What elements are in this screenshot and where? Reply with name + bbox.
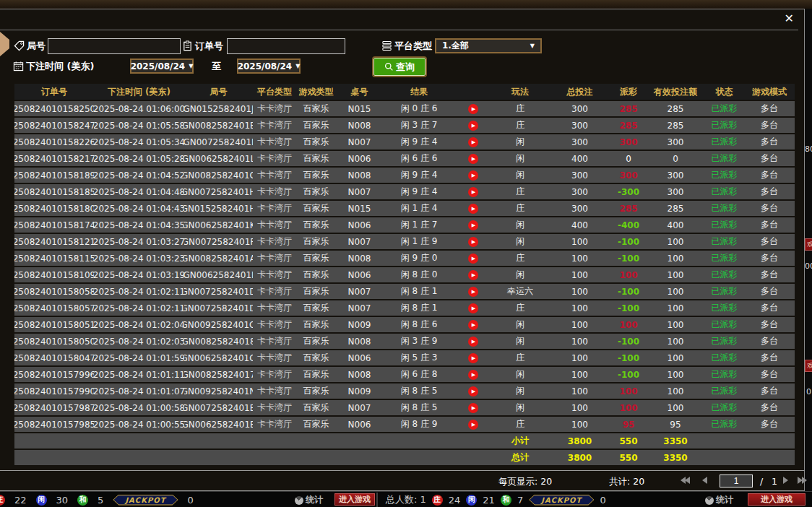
valid-bet: 100 xyxy=(647,300,704,316)
query-button[interactable]: 查询 xyxy=(373,58,426,76)
play-video-button[interactable]: ▶ xyxy=(455,184,491,199)
play-icon: ▶ xyxy=(468,170,478,181)
page-separator: / xyxy=(760,476,763,487)
close-icon[interactable]: ✕ xyxy=(785,12,794,26)
enter-game-button-right[interactable]: 进入游戏 xyxy=(748,493,805,506)
play-video-button[interactable]: ▶ xyxy=(455,267,491,282)
round-number: GN0062582401L xyxy=(184,151,253,166)
banker-count: 22 xyxy=(14,495,27,506)
order-number-input[interactable] xyxy=(227,38,345,54)
order-number: 250824010158180 xyxy=(14,201,94,216)
stats-button-left[interactable]: 统计 xyxy=(295,494,323,506)
play-video-button[interactable]: ▶ xyxy=(455,118,491,133)
result: 闲 3 庄 9 xyxy=(383,334,455,349)
panel-divider xyxy=(376,493,378,507)
play-video-button[interactable]: ▶ xyxy=(455,367,491,382)
play-video-button[interactable]: ▶ xyxy=(455,284,491,299)
next-page-button[interactable] xyxy=(783,477,788,484)
table-row: 2508240101579962025-08-24 01:01:11GN0082… xyxy=(14,367,795,382)
date-from-value: 2025/08/24 xyxy=(131,61,186,72)
bet-time: 2025-08-24 01:01:11 xyxy=(94,367,184,382)
payout: 100 xyxy=(610,317,647,332)
play-video-button[interactable]: ▶ xyxy=(455,334,491,349)
round-number: GN0072582401H xyxy=(184,184,253,199)
drawer-handle[interactable] xyxy=(0,32,9,56)
total-row-cell: 总计 xyxy=(491,450,549,465)
enter-game-button-left[interactable]: 进入游戏 xyxy=(334,493,375,506)
valid-bet: 100 xyxy=(647,284,704,299)
platform-type: 卡卡湾厅 xyxy=(253,134,296,150)
round-number: GN0092582401O xyxy=(184,317,253,332)
play-video-button[interactable]: ▶ xyxy=(455,217,491,233)
valid-bet: 285 xyxy=(647,118,704,133)
table-row: 2508240101580512025-08-24 01:02:04GN0092… xyxy=(14,317,795,332)
platform-type: 卡卡湾厅 xyxy=(253,234,296,249)
play-video-button[interactable]: ▶ xyxy=(455,134,491,150)
status: 已派彩 xyxy=(704,300,744,316)
bet-time: 2025-08-24 01:01:59 xyxy=(94,350,184,365)
bet-time: 2025-08-24 01:01:07 xyxy=(94,384,184,399)
status: 已派彩 xyxy=(704,267,744,282)
platform-type-select[interactable]: 1.全部 ▼ xyxy=(435,38,542,53)
play-type: 闲 xyxy=(491,400,549,415)
date-to-select[interactable]: 2025/08/24 ▼ xyxy=(237,58,301,74)
last-page-button[interactable] xyxy=(798,477,806,484)
total-count-label: 共计: 20 xyxy=(609,476,644,488)
page-number-input[interactable] xyxy=(720,474,753,488)
background-right-strip: 80 戏 00 戏 0 xyxy=(805,9,812,491)
valid-bet: 100 xyxy=(647,267,704,282)
round-number: GN00825824017 xyxy=(184,367,253,382)
play-video-button[interactable]: ▶ xyxy=(455,168,491,183)
first-page-button[interactable] xyxy=(681,477,689,484)
lobby-panel-right: 总人数: 1 庄 24 闲 21 和 7 JACKPOT 0 xyxy=(386,492,606,507)
game-type: 百家乐 xyxy=(296,367,336,382)
round-number: GN0092582401N xyxy=(184,384,253,399)
payout: -100 xyxy=(610,334,647,349)
banker-badge: 庄 xyxy=(0,495,5,506)
stats-button-right[interactable]: 统计 xyxy=(705,494,733,506)
table-number: N015 xyxy=(336,101,383,116)
game-type: 百家乐 xyxy=(296,267,336,282)
game-mode: 多台 xyxy=(744,350,795,365)
bet-time: 2025-08-24 01:04:48 xyxy=(94,184,184,199)
payout: -400 xyxy=(610,217,647,233)
play-video-button[interactable]: ▶ xyxy=(455,317,491,332)
platform-type: 卡卡湾厅 xyxy=(253,300,296,316)
platform-type: 卡卡湾厅 xyxy=(253,217,296,233)
game-mode: 多台 xyxy=(744,134,795,150)
game-mode: 多台 xyxy=(744,284,795,299)
platform-type: 卡卡湾厅 xyxy=(253,384,296,399)
order-number: 250824010158047 xyxy=(14,350,94,365)
play-video-button[interactable]: ▶ xyxy=(455,300,491,316)
column-header: 结果 xyxy=(383,84,491,100)
result: 闲 8 庄 0 xyxy=(383,267,455,282)
status: 已派彩 xyxy=(704,234,744,249)
platform-type: 卡卡湾厅 xyxy=(253,317,296,332)
order-number-label: 订单号 xyxy=(195,38,223,54)
play-video-button[interactable]: ▶ xyxy=(455,350,491,365)
play-video-button[interactable]: ▶ xyxy=(455,201,491,216)
result: 闲 9 庄 0 xyxy=(383,251,455,266)
play-video-button[interactable]: ▶ xyxy=(455,400,491,415)
round-number: GN0082582401C xyxy=(184,168,253,183)
play-video-button[interactable]: ▶ xyxy=(455,101,491,116)
round-number: GN0152582401J xyxy=(184,101,253,116)
play-icon: ▶ xyxy=(468,237,478,247)
prev-page-button[interactable] xyxy=(702,477,707,484)
round-number-input[interactable] xyxy=(48,38,181,54)
play-video-button[interactable]: ▶ xyxy=(455,417,491,432)
bet-time: 2025-08-24 01:03:23 xyxy=(94,251,184,266)
total-bet: 400 xyxy=(549,217,610,233)
table-row: 2508240101582502025-08-24 01:06:00GN0152… xyxy=(14,101,795,116)
play-video-button[interactable]: ▶ xyxy=(455,251,491,266)
game-mode: 多台 xyxy=(744,334,795,349)
table-number: N008 xyxy=(336,251,383,266)
play-video-button[interactable]: ▶ xyxy=(455,151,491,166)
play-video-button[interactable]: ▶ xyxy=(455,384,491,399)
background-fragment: 0 xyxy=(806,387,811,396)
player-badge: 闲 xyxy=(466,495,477,506)
round-number: GN0062582401K xyxy=(184,217,253,233)
play-video-button[interactable]: ▶ xyxy=(455,234,491,249)
date-from-select[interactable]: 2025/08/24 ▼ xyxy=(130,58,194,74)
jackpot-badge: JACKPOT xyxy=(529,495,594,506)
